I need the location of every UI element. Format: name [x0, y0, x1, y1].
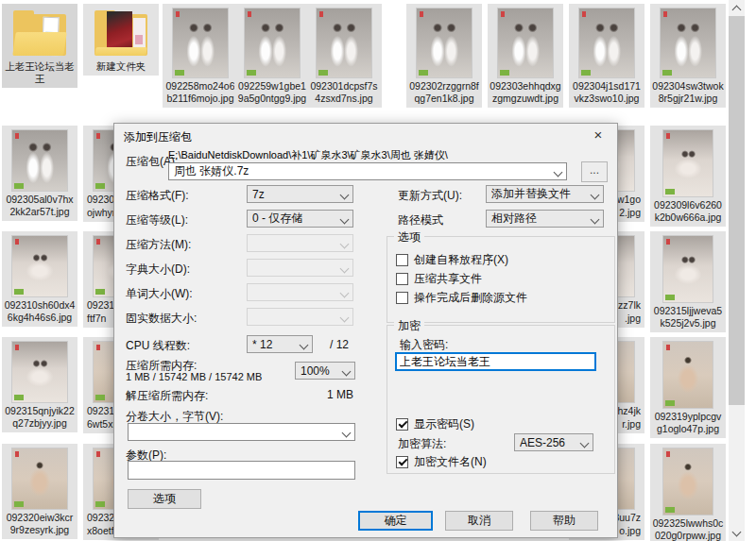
dictionary-size-dropdown — [247, 259, 353, 277]
cpu-threads-dropdown[interactable]: * 12 — [247, 335, 313, 353]
show-password-checkbox[interactable]: 显示密码(S) — [396, 416, 474, 432]
solid-block-size-dropdown — [247, 308, 353, 326]
method-label: 压缩方法(M): — [126, 237, 191, 253]
scroll-down-arrow-icon[interactable] — [729, 525, 745, 541]
create-sfx-checkbox[interactable]: 创建自释放程序(X) — [396, 252, 508, 268]
marker-icon — [666, 451, 670, 457]
photo-thumbnail — [663, 130, 713, 196]
browse-button[interactable]: ... — [581, 161, 608, 182]
scrollbar-thumb[interactable] — [729, 16, 745, 405]
photo-thumbnail — [661, 8, 715, 77]
media-type-badge-icon — [665, 295, 675, 300]
file-item[interactable]: 092259w1gbe19a5g0ntgg9.jpg — [234, 4, 310, 108]
photo-thumbnail — [173, 8, 228, 77]
file-name: 092258mo24o6b211f6mojo.jpg — [163, 79, 238, 105]
photo-thumbnail — [498, 8, 553, 77]
photo-thumbnail — [12, 342, 67, 402]
folder-icon — [94, 9, 148, 59]
marker-icon — [96, 239, 100, 245]
cpu-threads-max: / 12 — [330, 338, 349, 351]
file-item[interactable]: 092305al0v7hx2kk2ar57t.jpg — [2, 126, 77, 221]
photo-thumbnail — [317, 8, 371, 77]
add-to-archive-dialog: 添加到压缩包 × 压缩包(A): E:\BaiduNetdiskDownload… — [113, 123, 618, 538]
update-mode-dropdown[interactable]: 添加并替换文件 — [486, 185, 604, 203]
encryption-method-dropdown[interactable]: AES-256 — [514, 433, 593, 451]
update-mode-label: 更新方式(U): — [398, 188, 462, 204]
file-item[interactable]: 092303ehhqdxgzgmgzuwdt.jpg — [488, 4, 563, 108]
ok-button[interactable]: 确定 — [358, 511, 433, 531]
file-item[interactable]: 092310sh60dx46kg4h46s6.jpg — [2, 231, 77, 327]
options-button[interactable]: 选项 — [128, 489, 201, 509]
memory-percent-dropdown[interactable]: 100% — [295, 362, 355, 380]
media-type-badge-icon — [662, 70, 672, 76]
path-mode-dropdown[interactable]: 相对路径 — [486, 210, 604, 228]
cpu-threads-label: CPU 线程数: — [126, 338, 190, 354]
media-type-badge-icon — [95, 183, 105, 189]
file-name: 092309l6v6260k2b0w666a.jpg — [650, 198, 726, 224]
marker-icon — [319, 11, 323, 17]
vertical-scrollbar[interactable] — [729, 0, 745, 541]
compress-shared-files-checkbox[interactable]: 压缩共享文件 — [396, 271, 482, 287]
media-type-badge-icon — [665, 189, 675, 194]
dictionary-size-label: 字典大小(D): — [126, 262, 190, 278]
close-icon[interactable]: × — [586, 126, 610, 144]
file-name: 092304j1sd171vkz3swo10.jpg — [569, 79, 644, 105]
format-dropdown[interactable]: 7z — [247, 185, 353, 203]
level-dropdown[interactable]: 0 - 仅存储 — [247, 210, 353, 228]
photo-thumbnail — [12, 448, 67, 509]
help-button[interactable]: 帮助 — [530, 511, 598, 531]
media-type-badge-icon — [318, 70, 328, 76]
file-name: 092303ehhqdxgzgmgzuwdt.jpg — [488, 79, 563, 105]
parameters-input[interactable] — [128, 461, 355, 480]
media-type-badge-icon — [14, 395, 24, 400]
media-type-badge-icon — [419, 70, 428, 76]
file-item[interactable]: 092325lwwhs0c020g0rpww.jpg — [650, 444, 726, 541]
file-name: 092259w1gbe19a5g0ntgg9.jpg — [234, 79, 310, 105]
file-name: 092301dcpsf7s4zsxd7ns.jpg — [306, 79, 382, 105]
marker-icon — [15, 345, 19, 350]
photo-thumbnail — [12, 236, 67, 296]
file-item[interactable]: 092309l6v6260k2b0w666a.jpg — [650, 126, 726, 227]
file-item[interactable]: 092320eiw3kcr9r9zesyrk.jpg — [2, 444, 77, 539]
file-name: 新建文件夹 — [83, 59, 159, 73]
delete-after-compression-checkbox[interactable]: 操作完成后删除源文件 — [396, 290, 527, 306]
media-type-badge-icon — [175, 70, 184, 76]
marker-icon — [15, 451, 19, 457]
decompress-memory-value: 1 MB — [327, 388, 353, 401]
file-item[interactable]: 092304sw3twok8r5gjr21w.jpg — [650, 4, 726, 108]
file-item[interactable]: 092315ljjweva5k525j2v5.jpg — [650, 231, 726, 332]
marker-icon — [15, 133, 19, 139]
file-item[interactable]: 092258mo24o6b211f6mojo.jpg — [163, 4, 238, 108]
marker-icon — [666, 239, 670, 245]
cancel-button[interactable]: 取消 — [445, 511, 513, 531]
file-name: 092302rzggrn8fqg7en1k8.jpg — [406, 79, 482, 105]
volume-size-combobox[interactable] — [128, 423, 355, 441]
password-input[interactable] — [395, 352, 596, 371]
file-item[interactable]: 092315qnjyik22q27zbjyy.jpg — [2, 337, 77, 432]
file-name: 上老王论坛当老王 — [2, 59, 77, 85]
archive-name-combobox[interactable]: 周也 张婧仪.7z — [168, 162, 567, 180]
format-label: 压缩格式(F): — [126, 188, 189, 204]
marker-icon — [96, 451, 100, 457]
media-type-badge-icon — [14, 289, 24, 295]
file-item[interactable]: 092302rzggrn8fqg7en1k8.jpg — [406, 4, 482, 108]
file-name: 092325lwwhs0c020g0rpww.jpg — [650, 516, 726, 541]
photo-thumbnail — [245, 8, 300, 77]
method-dropdown — [247, 234, 353, 252]
marker-icon — [15, 239, 19, 245]
marker-icon — [96, 345, 100, 350]
file-item[interactable]: 092301dcpsf7s4zsxd7ns.jpg — [306, 4, 382, 108]
password-label: 输入密码: — [400, 337, 448, 353]
file-name: 092310sh60dx46kg4h46s6.jpg — [2, 298, 77, 324]
file-explorer-window: 上老王论坛当老王新建文件夹092258mo24o6b211f6mojo.jpg0… — [0, 0, 756, 541]
scroll-up-arrow-icon[interactable] — [729, 0, 745, 16]
file-name: 092304sw3twok8r5gjr21w.jpg — [650, 79, 726, 105]
marker-icon — [666, 345, 670, 350]
folder-item[interactable]: 新建文件夹 — [83, 4, 159, 76]
folder-item[interactable]: 上老王论坛当老王 — [2, 4, 77, 88]
file-item[interactable]: 092319yplpcgvg1oglo47p.jpg — [650, 337, 726, 438]
encrypt-filenames-checkbox[interactable]: 加密文件名(N) — [396, 454, 487, 470]
level-label: 压缩等级(L): — [126, 212, 188, 228]
file-item[interactable]: 092304j1sd171vkz3swo10.jpg — [569, 4, 644, 108]
encryption-group-title: 加密 — [394, 318, 424, 334]
